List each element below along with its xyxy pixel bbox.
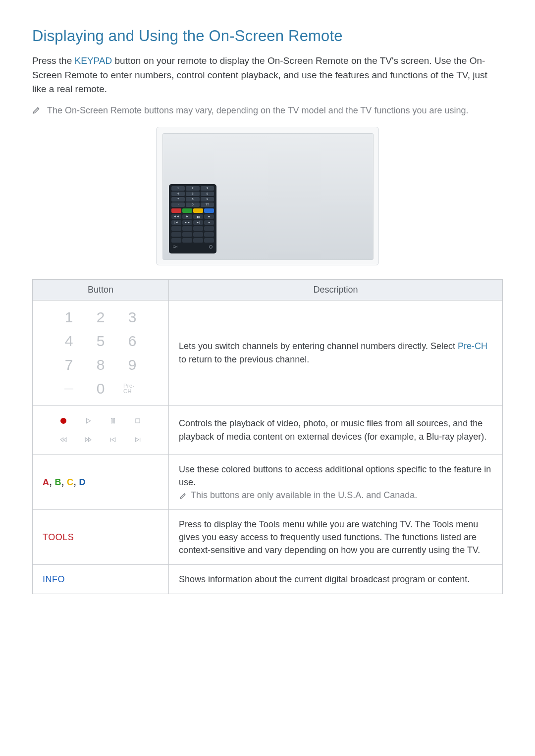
pencil-icon	[179, 491, 188, 500]
remote-key: 6	[201, 192, 214, 196]
remote-row-a	[171, 226, 214, 231]
remote-btn	[182, 232, 192, 237]
remote-stop-icon: ■	[204, 214, 214, 219]
key-8: 8	[92, 356, 109, 374]
remote-b-icon	[182, 208, 192, 213]
remote-btn	[193, 232, 203, 237]
key-2: 2	[92, 308, 109, 326]
remote-btn	[193, 226, 203, 231]
key-pre-ch: Pre- CH	[123, 380, 141, 398]
page-title: Displaying and Using the On-Screen Remot…	[32, 27, 503, 45]
keypad-keyword: KEYPAD	[75, 55, 112, 66]
cell-keypad: 1 2 3 4 5 6 7 8 9 — 0 Pre- CH	[33, 300, 169, 405]
key-minus: —	[60, 380, 78, 398]
remote-key: 7	[171, 197, 185, 202]
remote-btn	[204, 226, 214, 231]
remote-row-b	[171, 232, 214, 237]
on-screen-remote: 1 2 3 4 5 6 7 8 9 - 0 TT ◄◄ ►	[169, 184, 216, 253]
table-header-row: Button Description	[33, 279, 503, 300]
remote-key: 3	[201, 186, 214, 191]
skip-next-icon	[129, 433, 146, 447]
key-7: 7	[60, 356, 78, 374]
remote-key: 2	[186, 186, 199, 191]
remote-key: 4	[171, 192, 185, 196]
button-table: Button Description 1 2 3 4 5 6 7 8 9 — 0…	[32, 279, 503, 595]
cell-abcd-desc: Use these colored buttons to access addi…	[169, 454, 503, 509]
cell-keypad-desc: Lets you switch channels by entering cha…	[169, 300, 503, 405]
remote-pause-icon: ▮▮	[193, 214, 203, 219]
svg-marker-6	[85, 437, 88, 441]
fast-forward-icon	[80, 433, 97, 447]
key-9: 9	[123, 356, 141, 374]
remote-btn	[171, 226, 181, 231]
abcd-desc: Use these colored buttons to access addi…	[179, 464, 491, 487]
remote-btn	[171, 238, 181, 243]
key-4: 4	[60, 332, 78, 350]
svg-marker-4	[60, 437, 63, 441]
remote-key: TT	[201, 202, 214, 207]
cell-info: INFO	[33, 565, 169, 594]
remote-ff-icon: ►►	[182, 220, 192, 225]
table-row-tools: TOOLS Press to display the Tools menu wh…	[33, 509, 503, 564]
b-label: B	[55, 477, 62, 487]
abcd-label: A, B, C, D	[43, 477, 86, 487]
remote-rec-icon: ●	[204, 220, 214, 225]
note-text: The On-Screen Remote buttons may vary, d…	[47, 105, 469, 116]
th-button: Button	[33, 279, 169, 300]
remote-btn	[182, 226, 192, 231]
remote-color-row	[171, 208, 214, 213]
keypad-desc-after: to return to the previous channel.	[179, 354, 309, 364]
play-icon	[80, 414, 97, 428]
key-1: 1	[60, 308, 78, 326]
gear-icon	[209, 245, 213, 249]
pencil-icon	[32, 105, 41, 114]
remote-numpad: 1 2 3 4 5 6 7 8 9 - 0 TT	[171, 186, 214, 207]
svg-marker-5	[64, 437, 66, 441]
remote-key: 0	[186, 202, 199, 207]
table-row-info: INFO Shows information about the current…	[33, 565, 503, 594]
abcd-note-text: This buttons are only available in the U…	[191, 490, 417, 500]
tools-label: TOOLS	[43, 532, 74, 542]
cell-transport	[33, 405, 169, 454]
svg-rect-3	[136, 418, 140, 422]
remote-play-icon: ►	[182, 214, 192, 219]
key-6: 6	[123, 332, 141, 350]
note-row: The On-Screen Remote buttons may vary, d…	[32, 105, 503, 116]
cell-tools-desc: Press to display the Tools menu while yo…	[169, 509, 503, 564]
d-label: D	[79, 477, 86, 487]
remote-key: 9	[201, 197, 214, 202]
tv-illustration: 1 2 3 4 5 6 7 8 9 - 0 TT ◄◄ ►	[156, 127, 379, 265]
remote-key: 1	[171, 186, 185, 191]
remote-key: -	[171, 202, 185, 207]
keypad-desc-before: Lets you switch channels by entering cha…	[179, 341, 458, 351]
transport-graphic	[43, 414, 159, 447]
remote-btn	[182, 238, 192, 243]
svg-marker-7	[89, 437, 91, 441]
remote-btn	[171, 232, 181, 237]
keypad-graphic: 1 2 3 4 5 6 7 8 9 — 0 Pre- CH	[43, 308, 159, 398]
remote-rewind-icon: ◄◄	[171, 214, 181, 219]
table-row-transport: Controls the playback of video, photo, o…	[33, 405, 503, 454]
remote-next-icon: ►|	[193, 220, 203, 225]
stop-icon	[129, 414, 146, 428]
remote-key: 5	[186, 192, 199, 196]
intro-paragraph: Press the KEYPAD button on your remote t…	[32, 54, 503, 97]
remote-d-icon	[204, 208, 214, 213]
svg-marker-0	[87, 418, 91, 423]
rewind-icon	[55, 433, 72, 447]
cell-tools: TOOLS	[33, 509, 169, 564]
skip-prev-icon	[105, 433, 121, 447]
cell-transport-desc: Controls the playback of video, photo, o…	[169, 405, 503, 454]
svg-marker-10	[135, 437, 139, 441]
cell-info-desc: Shows information about the current digi…	[169, 565, 503, 594]
remote-footer-left: Ctrl	[173, 245, 177, 248]
svg-rect-2	[113, 418, 114, 423]
table-row-keypad: 1 2 3 4 5 6 7 8 9 — 0 Pre- CH Lets you s…	[33, 300, 503, 405]
remote-a-icon	[171, 208, 181, 213]
abcd-note: This buttons are only available in the U…	[179, 490, 417, 500]
remote-prev-icon: |◄	[171, 220, 181, 225]
remote-btn	[204, 238, 214, 243]
remote-transport-2: |◄ ►► ►| ●	[171, 220, 214, 225]
cell-abcd: A, B, C, D	[33, 454, 169, 509]
info-label: INFO	[43, 574, 65, 584]
